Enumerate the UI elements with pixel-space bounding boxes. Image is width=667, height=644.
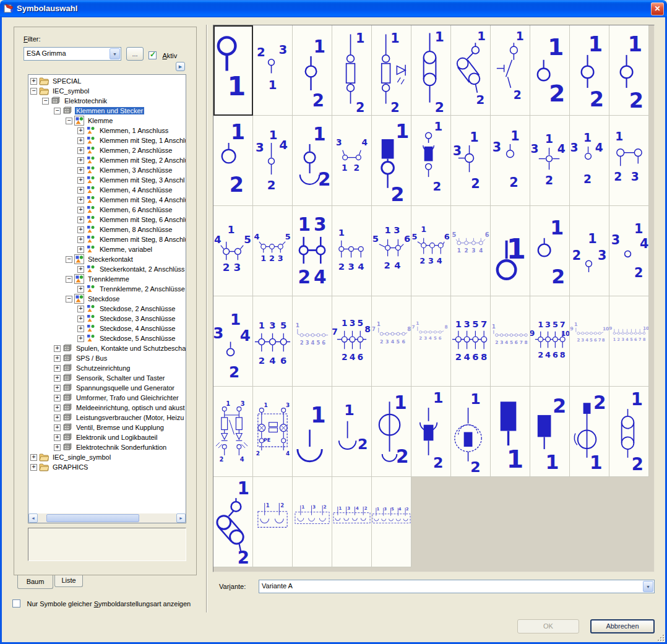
symbol-cell[interactable]: 13542 <box>372 477 411 567</box>
tree-item[interactable]: +Klemmen mit Steg, 2 Anschlü <box>28 155 186 165</box>
tree-item[interactable]: +Klemmen, 3 Anschlüsse <box>28 165 186 175</box>
symbol-cell[interactable]: 71823456 <box>372 296 411 387</box>
expander-icon[interactable]: + <box>54 434 61 441</box>
tree-item[interactable]: −IEC_symbol <box>28 86 186 96</box>
expander-icon[interactable]: − <box>54 108 61 114</box>
symbol-cell[interactable]: 12 <box>451 25 491 116</box>
symbol-cell[interactable]: 12345678 <box>491 296 530 387</box>
symbol-cell[interactable]: 21 <box>530 387 570 477</box>
symbol-cell[interactable]: 1324 <box>213 387 253 477</box>
symbol-cell[interactable]: 12 <box>213 116 253 206</box>
expander-icon[interactable]: + <box>77 325 84 332</box>
symbol-cell[interactable]: 12 <box>253 477 293 567</box>
symbol-cell[interactable]: 1 <box>213 25 253 116</box>
tree-item[interactable]: +Leistungsverbraucher (Motor, Heizu <box>28 413 186 423</box>
tree-item[interactable]: +Klemmen, 6 Anschlüsse <box>28 205 186 215</box>
expander-icon[interactable]: + <box>77 127 84 134</box>
symbol-cell[interactable]: 12 <box>293 25 332 116</box>
tree-item[interactable]: +SPS / Bus <box>28 353 186 363</box>
tree-item[interactable]: +Ventil, Bremse und Kupplung <box>28 423 186 432</box>
expander-icon[interactable]: + <box>77 187 84 194</box>
symbol-cell[interactable]: 516234 <box>411 206 451 296</box>
symbol-cell[interactable]: 1 <box>491 206 530 296</box>
symbol-cell[interactable]: 3142 <box>609 206 649 296</box>
expander-icon[interactable]: − <box>66 256 72 263</box>
symbol-cell[interactable]: 12 <box>609 25 649 116</box>
expander-icon[interactable]: + <box>77 167 84 174</box>
expander-icon[interactable]: + <box>54 395 61 401</box>
symbol-cell[interactable]: 123 <box>609 116 649 206</box>
symbol-cell[interactable]: 312 <box>491 116 530 206</box>
tree-item[interactable]: +Steckerkontakt, 2 Anschlüss <box>28 264 186 274</box>
expander-icon[interactable]: + <box>77 236 84 243</box>
expander-icon[interactable]: + <box>77 335 84 342</box>
chevron-down-icon[interactable]: ▼ <box>110 48 120 59</box>
symbol-cell[interactable]: 12 <box>491 25 530 116</box>
tree-item[interactable]: +Meldeeinrichtung, optisch und akust <box>28 403 186 413</box>
symbol-cell[interactable]: 12 <box>530 25 570 116</box>
tree-item[interactable]: +Schutzeinrichtung <box>28 363 186 373</box>
tree-item[interactable]: +Elektrotechnik Sonderfunktion <box>28 442 186 452</box>
aktiv-checkbox-box[interactable]: ✓ <box>148 51 157 59</box>
tree-item[interactable]: +Steckdose, 4 Anschlüsse <box>28 324 186 333</box>
tree-item[interactable]: +IEC_single_symbol <box>28 452 186 462</box>
expander-icon[interactable]: + <box>77 246 84 253</box>
symbol-cell[interactable]: 132 <box>293 477 332 567</box>
symbol-cell[interactable]: 135246 <box>253 296 293 387</box>
symbol-cell[interactable]: 12 <box>451 387 491 477</box>
tab-liste[interactable]: Liste <box>54 575 83 587</box>
symbol-cell[interactable]: 3142 <box>570 116 609 206</box>
tree-item[interactable]: −Trennklemme <box>28 274 186 284</box>
tree-item[interactable]: +Klemme, variabel <box>28 244 186 254</box>
symbol-cell[interactable]: 21 <box>570 387 609 477</box>
tree-item[interactable]: +Trennklemme, 2 Anschlüsse <box>28 284 186 294</box>
expander-icon[interactable]: + <box>54 405 61 411</box>
symbol-cell[interactable]: 312 <box>451 116 491 206</box>
tree-item[interactable]: +Klemmen mit Steg, 6 Anschlü <box>28 215 186 225</box>
symbol-cell[interactable]: 91102345678 <box>570 296 609 387</box>
symbol-cell[interactable]: 12 <box>332 25 372 116</box>
expander-icon[interactable]: + <box>30 464 37 471</box>
symbol-cell[interactable]: 12 <box>411 25 451 116</box>
ok-button[interactable]: OK <box>517 619 579 633</box>
tree-item[interactable]: +Klemmen mit Steg, 4 Anschlü <box>28 195 186 205</box>
expander-icon[interactable]: + <box>77 306 84 312</box>
scrollbar-thumb[interactable] <box>46 514 139 522</box>
symbol-cell[interactable]: 1234 <box>332 206 372 296</box>
symbol-cell[interactable]: 13572468 <box>451 296 491 387</box>
expander-icon[interactable]: − <box>30 88 37 95</box>
tree-item[interactable]: +GRAPHICS <box>28 462 186 472</box>
symbol-cell[interactable]: 123456 <box>293 296 332 387</box>
symbol-cell[interactable]: 71358246 <box>332 296 372 387</box>
expander-icon[interactable]: − <box>66 118 72 124</box>
tree-item[interactable]: +Steckdose, 3 Anschlüsse <box>28 314 186 324</box>
tree-item[interactable]: −Klemmen und Stecker <box>28 106 186 116</box>
symbol-cell[interactable]: 91012345678 <box>609 296 649 387</box>
symbol-cell[interactable]: 12 <box>530 206 570 296</box>
tree-item[interactable]: +Sensorik, Schalter und Taster <box>28 373 186 383</box>
symbol-cell[interactable]: 12 <box>411 116 451 206</box>
same-representation-checkbox-box[interactable] <box>12 599 20 608</box>
tree-item[interactable]: +Klemmen, 4 Anschlüsse <box>28 185 186 195</box>
expander-icon[interactable]: + <box>77 316 84 322</box>
symbol-cell[interactable]: 1324PE <box>253 387 293 477</box>
symbol-cell[interactable]: 12 <box>372 387 411 477</box>
symbol-cell[interactable]: 1 <box>293 387 332 477</box>
symbol-cell[interactable]: 213 <box>570 206 609 296</box>
tab-baum[interactable]: Baum <box>17 575 53 589</box>
symbol-cell[interactable]: 71823456 <box>411 296 451 387</box>
symbol-cell[interactable]: 91357102468 <box>530 296 570 387</box>
expander-icon[interactable]: + <box>54 414 61 421</box>
expander-icon[interactable]: + <box>77 207 84 213</box>
expander-icon[interactable]: + <box>54 365 61 372</box>
symbol-cell[interactable]: 1342 <box>332 477 372 567</box>
expander-icon[interactable]: − <box>66 296 72 303</box>
filter-combobox[interactable]: ESA Grimma ▼ <box>24 47 121 61</box>
tree-item[interactable]: +Klemmen mit Steg, 1 Anschlu <box>28 135 186 145</box>
symbol-cell[interactable]: 12 <box>372 25 411 116</box>
expander-icon[interactable]: + <box>77 147 84 154</box>
expander-icon[interactable]: + <box>77 177 84 184</box>
symbol-cell[interactable]: 12 <box>332 387 372 477</box>
symbol-cell[interactable]: 12 <box>570 25 609 116</box>
expander-icon[interactable]: − <box>66 276 72 283</box>
